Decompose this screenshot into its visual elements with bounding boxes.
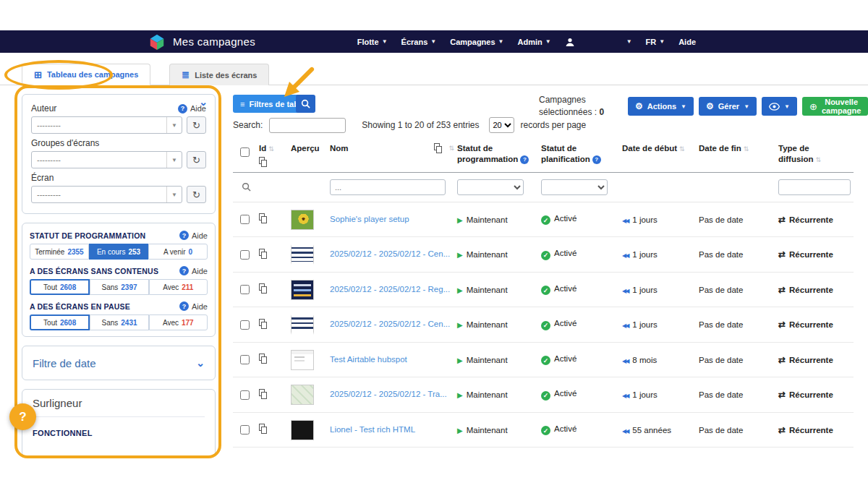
header-type-diffusion[interactable]: Type de diffusion⇅ [778,143,854,165]
help-label: Aide [192,302,208,311]
auteur-select[interactable]: --------- ▼ [31,116,182,134]
ecran-select[interactable]: --------- ▼ [31,186,182,203]
question-icon[interactable]: ? [592,155,601,164]
visibility-button[interactable]: ▼ [762,97,797,116]
row-checkbox[interactable] [240,320,250,330]
selected-campaigns-count: 0 [599,107,604,117]
page-size-select[interactable]: 20 [489,117,514,133]
campaign-thumbnail[interactable] [291,280,314,300]
nav-flotte-label: Flotte [357,38,379,46]
a-venir-count: 0 [189,248,193,256]
person-icon [565,37,575,47]
copy-id-icon[interactable] [259,283,268,294]
tab-bar: ⊞ Tableau des campagnes ≣ Liste des écra… [0,64,868,85]
row-checkbox[interactable] [240,425,250,435]
ecrans-en-pause-title: A DES ÉCRANS EN PAUSE [30,302,130,311]
collapse-chevron-icon[interactable]: ⌄ [199,96,208,108]
check-circle-icon: ✓ [541,321,550,330]
actions-button[interactable]: ⚙ Actions ▼ [628,97,694,116]
campaign-thumbnail[interactable] [291,314,314,335]
campaign-thumbnail[interactable] [291,350,314,370]
tout-label: Tout [43,283,57,291]
ecran-refresh-button[interactable]: ↻ [187,186,206,203]
campaign-name-link[interactable]: Test Airtable hubspot [330,354,407,366]
sans-pause-button[interactable]: Sans2431 [90,314,148,330]
search-input[interactable] [269,118,346,133]
campaign-name-link[interactable]: Lionel - Test rich HTML [330,424,415,436]
ecrans-en-pause-help-link[interactable]: ? Aide [179,301,208,311]
check-circle-icon: ✓ [541,426,550,435]
row-checkbox[interactable] [240,250,250,260]
chevron-down-icon: ▼ [681,103,686,110]
avec-pause-button[interactable]: Avec177 [149,314,208,330]
tab-liste-ecrans[interactable]: ≣ Liste des écrans [169,64,269,85]
statut-programmation-help-link[interactable]: ? Aide [179,231,208,240]
search-icon [242,182,251,192]
header-id[interactable]: Id⇅ [259,143,291,168]
nav-campagnes-label: Campagnes [450,38,495,46]
name-filter-input[interactable] [330,179,446,195]
header-date-fin[interactable]: Date de fin⇅ [699,143,778,154]
new-campaign-button[interactable]: ⊕ Nouvelle campagne [802,97,868,116]
copy-icon[interactable] [259,157,268,168]
user-icon[interactable] [565,37,575,47]
row-checkbox[interactable] [240,390,250,400]
copy-id-icon[interactable] [259,249,268,260]
nav-ecrans[interactable]: Écrans▼ [401,38,437,46]
row-checkbox[interactable] [240,285,250,294]
date-filter-card[interactable]: Filtre de date ⌄ [22,346,216,380]
nav-admin[interactable]: Admin▼ [517,38,550,46]
groupes-refresh-button[interactable]: ↻ [187,151,206,168]
help-beacon-button[interactable]: ? [9,403,36,430]
search-button[interactable] [296,95,315,113]
campaign-name-link[interactable]: 2025/02/12 - 2025/02/12 - Reg... [330,284,450,296]
campaign-name-link[interactable]: 2025/02/12 - 2025/02/12 - Cen... [330,319,450,330]
tout-sans-contenus-button[interactable]: Tout2608 [30,279,90,295]
select-all-checkbox[interactable] [240,147,250,157]
statut-prog-filter-select[interactable] [457,179,524,195]
campaign-name-link[interactable]: Sophie's player setup [330,214,409,226]
nav-aide[interactable]: Aide [678,38,696,46]
type-diffusion-filter-input[interactable] [778,179,851,195]
nav-flotte[interactable]: Flotte▼ [357,38,388,46]
groupes-select[interactable]: --------- ▼ [31,151,182,168]
en-cours-filter-button[interactable]: En cours253 [89,244,148,260]
header-date-fin-label: Date de fin [699,144,741,153]
campaign-thumbnail[interactable] [291,210,314,230]
auteur-refresh-button[interactable]: ↻ [187,116,206,134]
header-statut-planification[interactable]: Statut de planification? [541,143,622,165]
terminee-filter-button[interactable]: Terminée2355 [30,244,89,260]
user-menu-caret[interactable]: ▼ [626,38,632,45]
campaign-name-link[interactable]: 2025/02/12 - 2025/02/12 - Cen... [330,249,450,260]
language-menu[interactable]: FR▼ [646,38,665,46]
chevron-down-icon: ▼ [430,38,436,45]
campaign-name-link[interactable]: 2025/02/12 - 2025/02/12 - Tra... [330,389,447,401]
ecrans-sans-contenus-help-link[interactable]: ? Aide [179,266,208,275]
copy-id-icon[interactable] [259,213,268,224]
header-nom[interactable]: Nom ⇅ [330,143,457,154]
row-checkbox[interactable] [240,215,250,224]
tab-tableau-campagnes[interactable]: ⊞ Tableau des campagnes [22,64,150,85]
tab-liste-label: Liste des écrans [195,71,257,80]
copy-id-icon[interactable] [259,389,268,400]
copy-id-icon[interactable] [259,354,268,364]
sans-contenus-button[interactable]: Sans2397 [90,279,148,295]
campaign-thumbnail[interactable] [291,385,314,405]
copy-id-icon[interactable] [259,319,268,330]
chevron-down-icon: ▼ [659,38,665,45]
avec-contenus-button[interactable]: Avec211 [149,279,208,295]
campaign-thumbnail[interactable] [291,420,314,440]
manage-button[interactable]: ⚙ Gérer ▼ [699,97,757,116]
statut-plan-filter-select[interactable] [541,179,608,195]
chevron-down-icon[interactable]: ⌄ [196,357,205,369]
header-date-debut[interactable]: Date de début⇅ [622,143,699,154]
row-checkbox[interactable] [240,355,250,364]
campaign-thumbnail[interactable] [291,244,314,265]
a-venir-filter-button[interactable]: A venir0 [148,244,208,260]
question-icon[interactable]: ? [520,155,529,164]
copy-id-icon[interactable] [259,424,268,435]
nav-campagnes[interactable]: Campagnes▼ [450,38,503,46]
copy-icon[interactable] [434,143,443,154]
tout-en-pause-button[interactable]: Tout2608 [30,314,90,330]
header-statut-programmation[interactable]: Statut de programmation? [457,143,541,165]
